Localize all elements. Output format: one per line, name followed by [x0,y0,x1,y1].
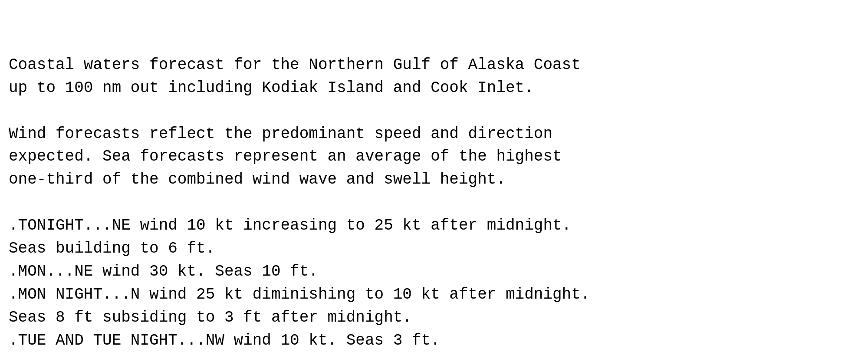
forecast-text: Coastal waters forecast for the Northern… [9,54,590,352]
forecast-container: Coastal waters forecast for the Northern… [9,8,590,352]
